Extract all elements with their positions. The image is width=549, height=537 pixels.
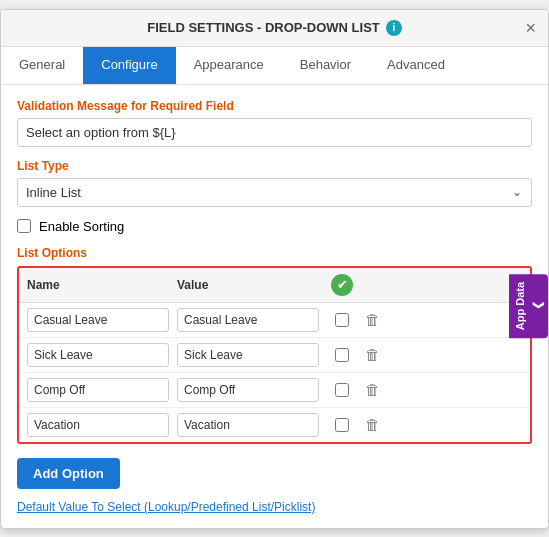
row-name-input-4[interactable] xyxy=(27,413,169,437)
row-checkbox-cell xyxy=(327,313,357,327)
delete-button-4[interactable]: 🗑 xyxy=(363,414,382,435)
row-delete-cell: 🗑 xyxy=(357,344,387,365)
row-checkbox-4[interactable] xyxy=(335,418,349,432)
list-type-label: List Type xyxy=(17,159,532,173)
add-option-button[interactable]: Add Option xyxy=(17,458,120,489)
validation-label: Validation Message for Required Field xyxy=(17,99,532,113)
table-header-row: Name Value ✔ xyxy=(19,268,530,303)
row-checkbox-cell xyxy=(327,383,357,397)
row-value-input-3[interactable] xyxy=(177,378,319,402)
row-value-input-2[interactable] xyxy=(177,343,319,367)
tab-appearance[interactable]: Appearance xyxy=(176,47,282,84)
row-name-cell xyxy=(27,308,177,332)
modal-header: FIELD SETTINGS - DROP-DOWN LIST i × xyxy=(1,10,548,47)
delete-button-2[interactable]: 🗑 xyxy=(363,344,382,365)
row-name-cell xyxy=(27,413,177,437)
list-type-wrapper: Inline ListExternal List ⌄ xyxy=(17,178,532,207)
row-value-cell xyxy=(177,343,327,367)
row-value-input-4[interactable] xyxy=(177,413,319,437)
delete-button-1[interactable]: 🗑 xyxy=(363,309,382,330)
modal-title: FIELD SETTINGS - DROP-DOWN LIST i xyxy=(147,20,402,36)
table-row: 🗑 xyxy=(19,303,530,338)
modal-body: Validation Message for Required Field Li… xyxy=(1,85,548,528)
table-row: 🗑 xyxy=(19,408,530,442)
row-value-cell xyxy=(177,413,327,437)
delete-button-3[interactable]: 🗑 xyxy=(363,379,382,400)
row-value-input-1[interactable] xyxy=(177,308,319,332)
validation-input[interactable] xyxy=(17,118,532,147)
row-checkbox-3[interactable] xyxy=(335,383,349,397)
row-checkbox-1[interactable] xyxy=(335,313,349,327)
app-data-label: App Data xyxy=(514,282,526,330)
list-options-label: List Options xyxy=(17,246,532,260)
tab-behavior[interactable]: Behavior xyxy=(282,47,369,84)
row-checkbox-2[interactable] xyxy=(335,348,349,362)
row-checkbox-cell xyxy=(327,348,357,362)
row-name-input-3[interactable] xyxy=(27,378,169,402)
row-delete-cell: 🗑 xyxy=(357,379,387,400)
info-icon[interactable]: i xyxy=(386,20,402,36)
tab-configure[interactable]: Configure xyxy=(83,47,175,84)
modal-title-text: FIELD SETTINGS - DROP-DOWN LIST xyxy=(147,20,380,35)
row-name-cell xyxy=(27,343,177,367)
row-value-cell xyxy=(177,308,327,332)
list-options-table: Name Value ✔ xyxy=(17,266,532,444)
row-name-cell xyxy=(27,378,177,402)
list-type-select[interactable]: Inline ListExternal List xyxy=(17,178,532,207)
default-value-link[interactable]: Default Value To Select (Lookup/Predefin… xyxy=(17,500,315,514)
tab-general[interactable]: General xyxy=(1,47,83,84)
enable-sorting-label: Enable Sorting xyxy=(39,219,124,234)
app-data-sidebar[interactable]: ❮ App Data xyxy=(509,274,548,338)
enable-sorting-row: Enable Sorting xyxy=(17,219,532,234)
row-checkbox-cell xyxy=(327,418,357,432)
close-button[interactable]: × xyxy=(525,19,536,37)
green-check-icon: ✔ xyxy=(331,274,353,296)
header-value: Value xyxy=(177,278,327,292)
row-delete-cell: 🗑 xyxy=(357,414,387,435)
row-name-input-1[interactable] xyxy=(27,308,169,332)
tab-advanced[interactable]: Advanced xyxy=(369,47,463,84)
tabs-container: General Configure Appearance Behavior Ad… xyxy=(1,47,548,85)
header-check: ✔ xyxy=(327,274,357,296)
sidebar-chevron-icon: ❮ xyxy=(530,302,543,311)
modal-container: FIELD SETTINGS - DROP-DOWN LIST i × Gene… xyxy=(0,9,549,529)
row-name-input-2[interactable] xyxy=(27,343,169,367)
table-row: 🗑 xyxy=(19,373,530,408)
row-value-cell xyxy=(177,378,327,402)
header-name: Name xyxy=(27,278,177,292)
table-row: 🗑 xyxy=(19,338,530,373)
enable-sorting-checkbox[interactable] xyxy=(17,219,31,233)
row-delete-cell: 🗑 xyxy=(357,309,387,330)
